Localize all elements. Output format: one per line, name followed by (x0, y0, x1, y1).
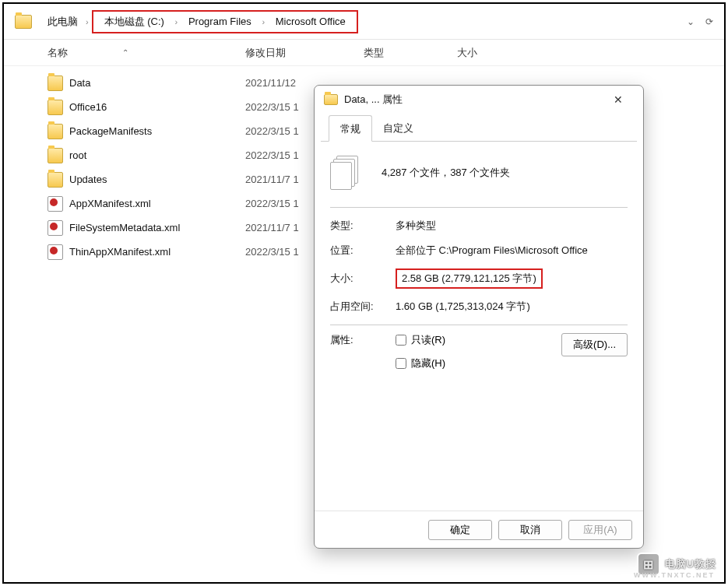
file-count-summary: 4,287 个文件，387 个文件夹 (382, 166, 510, 180)
breadcrumb-part[interactable]: Program Files (184, 11, 256, 32)
attributes-label: 属性: (330, 333, 396, 347)
type-value: 多种类型 (396, 219, 436, 233)
refresh-icon[interactable]: ⟳ (705, 16, 713, 27)
hidden-label: 隐藏(H) (411, 356, 445, 370)
location-label: 位置: (330, 244, 396, 258)
dialog-footer: 确定 取消 应用(A) (315, 511, 643, 548)
chevron-right-icon: › (83, 17, 92, 26)
column-type[interactable]: 类型 (364, 46, 457, 60)
chevron-right-icon: › (258, 17, 268, 26)
file-name: AppXManifest.xml (69, 198, 245, 209)
file-name: root (69, 149, 245, 161)
dialog-titlebar[interactable]: Data, ... 属性 ✕ (315, 86, 643, 114)
size-label: 大小: (330, 272, 396, 286)
size-value: 2.58 GB (2,779,121,125 字节) (396, 268, 543, 289)
breadcrumb-part[interactable]: Microsoft Office (271, 11, 350, 32)
breadcrumb-part[interactable]: 本地磁盘 (C:) (100, 11, 169, 32)
cancel-button[interactable]: 取消 (498, 520, 562, 540)
advanced-button[interactable]: 高级(D)... (561, 333, 628, 356)
column-name-label: 名称 (47, 46, 68, 60)
file-name: FileSystemMetadata.xml (69, 222, 245, 233)
watermark-logo-icon: ⊞ (637, 553, 660, 576)
apply-button[interactable]: 应用(A) (568, 520, 632, 540)
column-modified[interactable]: 修改日期 (245, 46, 364, 60)
address-bar[interactable]: 此电脑 › 本地磁盘 (C:) › Program Files › Micros… (4, 4, 724, 40)
dialog-tabs: 常规 自定义 (321, 115, 637, 142)
breadcrumb-root[interactable]: 此电脑 (43, 10, 83, 33)
xml-file-icon (47, 220, 63, 236)
readonly-label: 只读(R) (411, 333, 445, 347)
watermark-url: WWW.TNXTC.NET (634, 571, 715, 579)
file-name: Updates (69, 174, 245, 185)
tab-custom[interactable]: 自定义 (372, 115, 424, 141)
size-on-disk-value: 1.60 GB (1,725,313,024 字节) (396, 300, 530, 314)
location-value: 全部位于 C:\Program Files\Microsoft Office (396, 244, 588, 258)
hidden-checkbox[interactable]: 隐藏(H) (396, 356, 445, 370)
file-name: ThinAppXManifest.xml (69, 246, 245, 258)
file-name: PackageManifests (69, 125, 245, 137)
column-name[interactable]: 名称 ⌃ (47, 46, 245, 60)
folder-icon (47, 100, 63, 115)
watermark: ⊞ 电脑U教授 WWW.TNXTC.NET (637, 553, 716, 576)
ok-button[interactable]: 确定 (428, 520, 492, 540)
folder-icon (324, 94, 338, 105)
dialog-title: Data, ... 属性 (344, 93, 603, 107)
readonly-checkbox[interactable]: 只读(R) (396, 333, 445, 347)
xml-file-icon (47, 244, 63, 260)
file-name: Office16 (69, 101, 245, 113)
file-name: Data (69, 77, 245, 89)
column-header-row: 名称 ⌃ 修改日期 类型 大小 (4, 40, 724, 66)
tab-general[interactable]: 常规 (329, 115, 372, 142)
watermark-text: 电脑U教授 (665, 557, 716, 571)
chevron-down-icon[interactable]: ⌄ (687, 16, 695, 27)
chevron-right-icon: › (172, 17, 181, 26)
sort-asc-icon: ⌃ (122, 48, 128, 57)
column-size[interactable]: 大小 (457, 46, 724, 60)
close-button[interactable]: ✕ (603, 93, 634, 106)
folder-icon (15, 15, 32, 29)
type-label: 类型: (330, 219, 396, 233)
xml-file-icon (47, 196, 63, 212)
properties-dialog: Data, ... 属性 ✕ 常规 自定义 4,287 个文件，387 个文件夹… (314, 85, 644, 549)
folder-icon (47, 172, 63, 188)
size-on-disk-label: 占用空间: (330, 300, 396, 314)
breadcrumb[interactable]: 此电脑 › 本地磁盘 (C:) › Program Files › Micros… (43, 10, 358, 33)
folder-icon (47, 75, 63, 91)
folder-icon (47, 124, 63, 139)
folder-icon (47, 148, 63, 163)
multi-file-icon (330, 156, 360, 190)
